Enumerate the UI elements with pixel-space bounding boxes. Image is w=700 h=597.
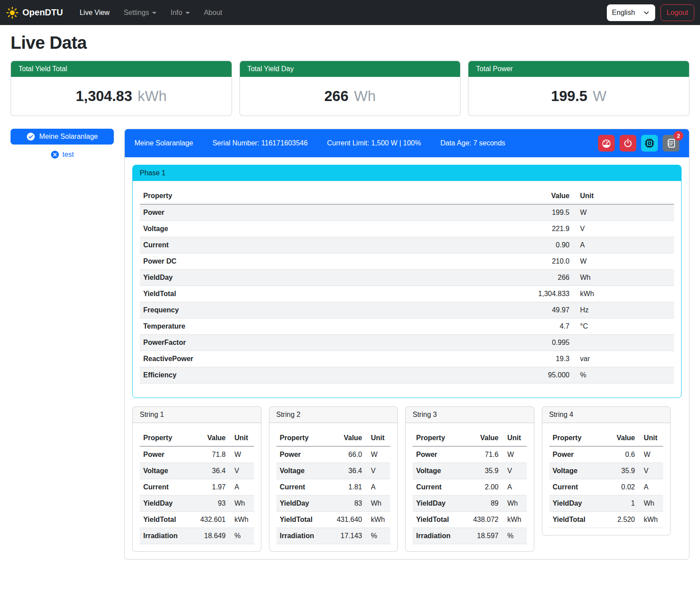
table-row: Voltage 35.9 V <box>413 463 527 479</box>
value-cell: 4.7 <box>520 318 573 335</box>
value-cell: 2.00 <box>462 479 502 496</box>
inverter-item-test[interactable]: test <box>11 150 114 159</box>
nav-item-label: Settings <box>123 9 149 17</box>
table-row: YieldDay 89 Wh <box>413 496 527 512</box>
event-log-button[interactable]: 2 <box>663 135 679 152</box>
property-cell: Irradiation <box>140 528 189 544</box>
total-power-value: 199.5 <box>551 88 588 104</box>
property-cell: Power <box>140 204 520 221</box>
value-cell: 199.5 <box>520 204 573 221</box>
value-cell: 0.6 <box>598 446 638 463</box>
value-cell: 83 <box>325 496 366 512</box>
unit-cell: kWh <box>229 512 254 528</box>
property-cell: Current <box>140 479 189 496</box>
nav-item-settings[interactable]: Settings <box>116 5 163 20</box>
table-header-row: Property Value Unit <box>140 430 254 446</box>
value-cell: 49.97 <box>520 302 573 318</box>
column-value: Value <box>520 188 573 204</box>
property-cell: Voltage <box>140 463 189 479</box>
unit-cell: Hz <box>573 302 674 318</box>
nav-item-about[interactable]: About <box>197 5 229 20</box>
table-row: Power DC 210.0 W <box>140 253 674 270</box>
string-table: Property Value Unit Power <box>413 430 527 544</box>
property-cell: YieldDay <box>549 496 598 512</box>
property-cell: Voltage <box>413 463 462 479</box>
inverter-serial: Serial Number: 116171603546 <box>212 139 308 147</box>
unit-cell: °C <box>573 318 674 335</box>
property-cell: Irradiation <box>276 528 326 544</box>
column-value: Value <box>598 430 638 446</box>
unit-cell: W <box>638 446 663 463</box>
string-card-title: String 1 <box>133 407 261 423</box>
unit-cell: kWh <box>502 512 527 528</box>
property-cell: YieldTotal <box>413 512 462 528</box>
x-circle-icon <box>51 150 59 159</box>
inverter-item-label: test <box>62 151 74 159</box>
nav-item-info[interactable]: Info <box>163 5 197 20</box>
chevron-down-icon <box>185 12 190 14</box>
strings-row: String 1 Property Value Unit <box>132 406 682 552</box>
logout-button[interactable]: Logout <box>660 4 694 21</box>
unit-cell: A <box>366 479 390 496</box>
table-row: Current 0.02 A <box>549 479 664 496</box>
power-icon <box>623 138 633 148</box>
language-selected-value: English <box>612 9 635 17</box>
inverter-select-button[interactable]: Meine Solaranlage <box>11 129 114 145</box>
property-cell: YieldDay <box>413 496 462 512</box>
inverter-limit: Current Limit: 1,500 W | 100% <box>327 139 421 147</box>
unit-cell: W <box>502 446 527 463</box>
table-row: YieldDay 83 Wh <box>276 496 391 512</box>
inverter-list-sidebar: Meine Solaranlage test <box>11 129 114 159</box>
value-cell: 89 <box>462 496 502 512</box>
table-row: Power 0.6 W <box>549 446 664 463</box>
column-value: Value <box>325 430 366 446</box>
value-cell: 431.640 <box>325 512 366 528</box>
property-cell: Power <box>140 446 189 463</box>
table-row: Irradiation 17.143 % <box>276 528 391 544</box>
page-title: Live Data <box>11 33 689 53</box>
device-info-button[interactable] <box>641 135 658 152</box>
unit-cell: W <box>229 446 254 463</box>
power-button[interactable] <box>620 135 636 152</box>
event-count-badge: 2 <box>674 131 683 141</box>
value-cell: 221.9 <box>520 221 573 237</box>
value-cell: 71.8 <box>189 446 229 463</box>
unit-cell: var <box>573 351 674 367</box>
nav-item-label: Info <box>170 9 182 17</box>
string-1-card: String 1 Property Value Unit <box>132 406 261 552</box>
column-value: Value <box>189 430 229 446</box>
nav-item-live-view[interactable]: Live View <box>73 5 116 20</box>
summary-cards-row: Total Yield Total 1,304.83 kWh Total Yie… <box>11 61 689 116</box>
card-title: Total Power <box>468 61 689 77</box>
string-card-title: String 4 <box>542 407 671 423</box>
unit-cell: V <box>366 463 390 479</box>
limit-settings-button[interactable] <box>598 135 615 152</box>
chevron-down-icon <box>152 12 156 14</box>
value-cell: 210.0 <box>520 253 573 270</box>
language-select[interactable]: English <box>607 4 655 21</box>
selected-inverter-label: Meine Solaranlage <box>39 133 98 141</box>
value-cell: 0.995 <box>520 335 573 351</box>
property-cell: Current <box>276 479 326 496</box>
string-2-card: String 2 Property Value Unit <box>269 406 398 552</box>
table-row: YieldTotal 431.640 kWh <box>276 512 391 528</box>
total-power-unit: W <box>593 88 606 104</box>
total-yield-day-value: 266 <box>324 88 348 104</box>
unit-cell: W <box>573 204 674 221</box>
table-row: Current 1.97 A <box>140 479 254 496</box>
table-row: YieldTotal 438.072 kWh <box>413 512 527 528</box>
unit-cell: V <box>502 463 527 479</box>
sun-icon <box>6 6 19 19</box>
property-cell: YieldDay <box>276 496 326 512</box>
table-row: Power 66.0 W <box>276 446 391 463</box>
value-cell: 266 <box>520 270 573 286</box>
brand[interactable]: OpenDTU <box>6 6 63 19</box>
property-cell: Power <box>413 446 462 463</box>
value-cell: 2.520 <box>598 512 638 528</box>
table-row: YieldDay 1 Wh <box>549 496 664 512</box>
table-row: Power 71.8 W <box>140 446 254 463</box>
column-property: Property <box>140 430 189 446</box>
property-cell: Temperature <box>140 318 520 335</box>
string-3-card: String 3 Property Value Unit <box>405 406 534 552</box>
value-cell: 66.0 <box>325 446 366 463</box>
